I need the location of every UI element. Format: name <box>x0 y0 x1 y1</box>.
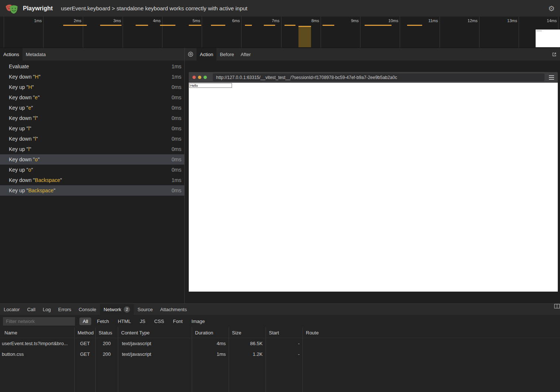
action-row[interactable]: Key up "e"0ms <box>0 103 184 113</box>
action-row[interactable]: Evaluate1ms <box>0 61 184 72</box>
cell-method: GET <box>75 338 96 349</box>
timeline-selected-action-bar[interactable] <box>298 26 311 47</box>
action-title: Key down "Backspace" <box>9 177 62 183</box>
action-row[interactable]: Key up "H"0ms <box>0 82 184 92</box>
tab-network[interactable]: Network2 <box>100 304 134 315</box>
timeline-gridline <box>83 17 83 48</box>
film-strip-thumbnail[interactable] <box>536 30 560 47</box>
cell-size: 86.5K <box>229 338 266 349</box>
tab-label: Network <box>104 307 122 312</box>
cell-ctype: text/javascript <box>118 349 192 360</box>
cell-status: 200 <box>96 338 118 349</box>
pick-locator-target-icon[interactable] <box>185 48 197 61</box>
network-table: NameMethodStatusContent TypeDurationSize… <box>0 327 560 392</box>
chip-all[interactable]: All <box>79 317 91 325</box>
chip-html[interactable]: HTML <box>115 317 134 325</box>
action-row[interactable]: Key down "Backspace"1ms <box>0 175 184 185</box>
timeline-action-tick[interactable] <box>245 25 252 26</box>
browser-menu-icon <box>549 75 554 80</box>
action-list: Evaluate1msKey down "H"1msKey up "H"0msK… <box>0 61 184 303</box>
timeline-time-label: 12ms <box>456 18 478 23</box>
tab-label: Log <box>43 307 51 312</box>
cell-name: userEvent.test.ts?import&bro... <box>0 338 75 349</box>
timeline-gridline <box>162 17 163 48</box>
timeline[interactable]: 1ms2ms3ms4ms5ms6ms7ms8ms9ms10ms11ms12ms1… <box>0 17 560 48</box>
action-row[interactable]: Key down "H"1ms <box>0 72 184 82</box>
action-row[interactable]: Key up "l"0ms <box>0 123 184 134</box>
timeline-action-tick[interactable] <box>322 25 334 26</box>
filler-cell <box>75 360 96 392</box>
tab-source[interactable]: Source <box>134 304 156 315</box>
network-count-badge: 2 <box>124 306 130 313</box>
column-header-ctype: Content Type <box>118 327 192 338</box>
timeline-action-tick[interactable] <box>100 25 122 26</box>
actions-panel: Actions Metadata Evaluate1msKey down "H"… <box>0 48 185 303</box>
action-title: Key down "l" <box>9 115 38 121</box>
timeline-action-tick[interactable] <box>160 25 175 26</box>
action-row[interactable]: Key down "l"0ms <box>0 113 184 123</box>
chip-fetch[interactable]: Fetch <box>93 317 112 325</box>
timeline-gridline <box>43 17 44 48</box>
column-header-status: Status <box>96 327 118 338</box>
network-row[interactable]: userEvent.test.ts?import&bro...GET200tex… <box>0 338 560 349</box>
tab-console[interactable]: Console <box>75 304 100 315</box>
filler-cell <box>0 360 75 392</box>
action-duration: 0ms <box>172 105 181 111</box>
snapshot-text-input[interactable] <box>189 83 232 88</box>
tab-log[interactable]: Log <box>39 304 55 315</box>
tab-action[interactable]: Action <box>197 48 216 61</box>
action-row[interactable]: Key up "Backspace"0ms <box>0 185 184 196</box>
chip-font[interactable]: Font <box>170 317 186 325</box>
timeline-time-label: 8ms <box>298 18 319 23</box>
tab-call[interactable]: Call <box>23 304 39 315</box>
tab-errors[interactable]: Errors <box>54 304 75 315</box>
browser-chrome: http://127.0.0.1:63315/__vitest_test__/?… <box>189 72 558 83</box>
action-row[interactable]: Key down "e"0ms <box>0 92 184 103</box>
cell-dur: 4ms <box>192 338 229 349</box>
network-filter-chips: AllFetchHTMLJSCSSFontImage <box>79 317 208 325</box>
toggle-layout-columns-icon[interactable] <box>554 304 560 315</box>
action-title: Key down "H" <box>9 74 40 80</box>
timeline-action-tick[interactable] <box>136 25 148 26</box>
traffic-light-red-icon <box>192 76 196 79</box>
timeline-action-tick[interactable] <box>284 25 296 26</box>
tab-before[interactable]: Before <box>216 48 237 61</box>
snapshot-area: http://127.0.0.1:63315/__vitest_test__/?… <box>185 61 560 303</box>
timeline-action-tick[interactable] <box>211 25 225 26</box>
network-filter-input[interactable] <box>3 317 75 326</box>
timeline-action-tick[interactable] <box>189 25 201 26</box>
open-snapshot-external-icon[interactable] <box>549 48 560 61</box>
timeline-action-tick[interactable] <box>264 25 275 26</box>
timeline-gridline <box>123 17 123 48</box>
chip-css[interactable]: CSS <box>151 317 168 325</box>
timeline-time-label: 2ms <box>60 18 81 23</box>
filler-cell <box>303 360 560 392</box>
network-row[interactable]: button.cssGET200text/javascript1ms1.2K- <box>0 349 560 360</box>
cell-size: 1.2K <box>229 349 266 360</box>
tab-after[interactable]: After <box>237 48 254 61</box>
timeline-action-tick[interactable] <box>63 25 87 26</box>
tab-label: Source <box>137 307 153 312</box>
timeline-time-label: 5ms <box>179 18 200 23</box>
chip-js[interactable]: JS <box>136 317 148 325</box>
timeline-time-label: 13ms <box>496 18 517 23</box>
action-row[interactable]: Key up "l"0ms <box>0 144 184 154</box>
action-row[interactable]: Key down "o"0ms <box>0 154 184 165</box>
tab-locator[interactable]: Locator <box>0 304 23 315</box>
column-header-start: Start <box>266 327 303 338</box>
action-duration: 0ms <box>172 84 181 90</box>
tab-metadata[interactable]: Metadata <box>23 48 49 61</box>
settings-gear-icon[interactable]: ⚙ <box>548 4 555 13</box>
snapshot-panel: Action Before After http://127.0.0.1:633… <box>185 48 560 303</box>
timeline-action-tick[interactable] <box>365 25 392 26</box>
tab-attachments[interactable]: Attachments <box>156 304 190 315</box>
timeline-time-label: 4ms <box>139 18 161 23</box>
action-row[interactable]: Key up "o"0ms <box>0 165 184 175</box>
action-row[interactable]: Key down "l"0ms <box>0 134 184 144</box>
action-duration: 0ms <box>172 115 181 121</box>
timeline-action-tick[interactable] <box>407 25 422 26</box>
filler-cell <box>266 360 303 392</box>
cell-dur: 1ms <box>192 349 229 360</box>
tab-actions[interactable]: Actions <box>0 48 23 61</box>
chip-image[interactable]: Image <box>188 317 208 325</box>
